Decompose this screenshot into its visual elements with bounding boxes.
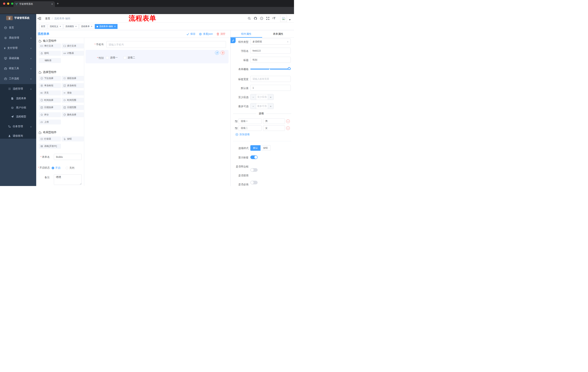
palette-item-date-picker[interactable]: 日期选择 [39, 105, 61, 110]
sidebar-item-pay[interactable]: ¥ 支付管理 [4, 46, 18, 50]
avatar[interactable] [280, 15, 287, 22]
option1-value-input[interactable] [263, 118, 285, 124]
drag-handle-icon[interactable] [234, 127, 238, 130]
delete-component-button[interactable] [221, 51, 225, 55]
label-width-input[interactable] [250, 76, 291, 82]
plus-button[interactable]: + [268, 103, 273, 109]
sidebar-item-system[interactable]: 系统管理 [4, 36, 19, 40]
palette-item-time-picker[interactable]: 时间选择 [39, 98, 61, 103]
style-button-button[interactable]: 按钮 [261, 145, 271, 151]
palette-item-time-range[interactable]: 时间范围 [62, 98, 84, 103]
tab-form-props[interactable]: 表单属性 [262, 32, 294, 36]
option2-label-input[interactable] [239, 125, 262, 131]
add-option-button[interactable]: 添加选项 [235, 133, 250, 136]
sidebar-item-workflow[interactable]: 工作流程 [4, 77, 19, 80]
view-json-button[interactable]: 查看json [199, 32, 213, 36]
palette-item-button[interactable]: 按钮 [62, 137, 84, 141]
remove-option-button[interactable] [286, 126, 290, 130]
form-name-input[interactable] [54, 154, 82, 160]
sidebar-item-flow-mgr[interactable]: 流程管理 [8, 87, 23, 90]
border-toggle[interactable] [250, 168, 258, 172]
grid-slider[interactable] [250, 69, 291, 70]
field-name-input[interactable] [250, 48, 291, 54]
checkbox-icon[interactable] [106, 56, 109, 59]
browser-tab[interactable]: 芋道管理系统 ✕ [13, 1, 55, 7]
remove-option-button[interactable] [286, 119, 290, 123]
window-close-button[interactable] [3, 2, 5, 5]
sidebar-item-devtool[interactable]: 研发工具 [4, 67, 19, 70]
palette-item-password[interactable]: 密码 [39, 51, 61, 56]
tag-close-icon[interactable]: ✕ [60, 25, 61, 28]
plus-button[interactable]: + [268, 94, 273, 100]
checkbox-icon[interactable] [123, 56, 126, 59]
tag-close-icon[interactable]: ✕ [91, 25, 92, 28]
status-radio-off[interactable]: 关闭 [66, 166, 74, 170]
palette-item-single-text[interactable]: 单行文本 [39, 43, 61, 48]
tag-close-icon[interactable]: ✕ [114, 25, 116, 28]
fold-sidebar-icon[interactable] [37, 17, 41, 20]
option2-value-input[interactable] [263, 125, 285, 131]
tab-component-props[interactable]: 组件属性 [230, 32, 262, 36]
option1-label-input[interactable] [239, 118, 262, 124]
search-icon[interactable] [248, 17, 251, 20]
form-remark-textarea[interactable]: 嘿嘿 [54, 174, 82, 185]
sidebar-item-task-mgr[interactable]: 任务管理 [8, 125, 23, 128]
tag-home[interactable]: 首页 [39, 24, 47, 29]
copy-component-button[interactable] [215, 51, 219, 55]
palette-item-table[interactable]: 表格[开发中] [39, 144, 61, 149]
max-select-placeholder[interactable]: 最多可选 [256, 103, 268, 109]
palette-item-date-range[interactable]: 日期范围 [62, 105, 84, 110]
window-zoom-button[interactable] [11, 2, 13, 5]
palette-item-select[interactable]: 下拉选择 [39, 76, 61, 81]
tag-flow-form[interactable]: 流程表单✕ [79, 24, 94, 29]
gender-option-2[interactable]: 选项二 [123, 56, 135, 59]
tag-close-icon[interactable]: ✕ [75, 25, 77, 28]
help-icon[interactable]: ? [260, 17, 263, 20]
sidebar-item-home[interactable]: 首页 [4, 26, 14, 29]
palette-item-checkbox-group[interactable]: 多选框组 [62, 83, 84, 88]
palette-item-rate[interactable]: 评分 [39, 112, 61, 117]
tag-flow-form-edit[interactable]: 流程表单-编辑✕ [95, 24, 117, 29]
palette-item-row-container[interactable]: 行容器 [39, 137, 61, 141]
breadcrumb-home[interactable]: 首页 [45, 17, 50, 20]
sidebar-item-user-group[interactable]: 用户分组 [11, 106, 26, 109]
palette-item-radio-group[interactable]: 单选框组 [39, 83, 61, 88]
textarea-resize-handle[interactable] [80, 183, 81, 185]
sidebar-item-leave-query[interactable]: 请假查询 [8, 134, 23, 138]
font-size-icon[interactable]: TT [272, 17, 275, 20]
caret-down-icon[interactable] [289, 19, 291, 20]
clear-button[interactable]: 清空 [217, 32, 225, 36]
grid-slider-handle[interactable] [288, 67, 291, 70]
link-fold-tab[interactable] [231, 38, 236, 43]
status-radio-on[interactable]: 开启 [52, 166, 60, 170]
show-label-toggle[interactable] [250, 155, 258, 159]
window-minimize-button[interactable] [7, 2, 9, 5]
min-select-placeholder[interactable]: 至少应选 [256, 94, 268, 100]
tag-flow-model[interactable]: 流程模型✕ [63, 24, 79, 29]
new-tab-button[interactable]: + [57, 2, 59, 6]
gender-option-1[interactable]: 选项一 [106, 56, 118, 59]
sidebar-item-flow-model[interactable]: 流程模型 [11, 115, 26, 118]
sidebar-item-flow-form[interactable]: 流程表单 [11, 97, 26, 100]
palette-item-counter[interactable]: 123 计数器 [62, 51, 84, 56]
palette-item-upload[interactable]: 上传 [39, 120, 61, 125]
github-icon[interactable] [254, 17, 257, 20]
phone-field-input[interactable] [106, 41, 226, 48]
palette-item-color-picker[interactable]: 颜色选择 [62, 112, 84, 117]
palette-item-multi-text[interactable]: 多行文本 [62, 43, 84, 48]
save-button[interactable]: 保存 [187, 32, 195, 36]
fullscreen-icon[interactable] [266, 17, 269, 20]
style-default-button[interactable]: 默认 [250, 145, 261, 151]
drag-handle-icon[interactable] [234, 120, 238, 123]
title-input[interactable] [250, 57, 291, 63]
palette-item-editor[interactable]: 编辑器 [39, 58, 61, 63]
palette-item-slider[interactable]: 滑块 [62, 90, 84, 95]
sidebar-item-infra[interactable]: 基础设施 [4, 57, 19, 60]
type-select[interactable]: 多选框组 ∨ [250, 39, 291, 45]
disabled-toggle[interactable] [250, 181, 258, 184]
minus-button[interactable]: − [251, 94, 256, 100]
tab-close-icon[interactable]: ✕ [51, 3, 53, 5]
palette-item-switch[interactable]: 开关 [39, 90, 61, 95]
tag-flow-definition[interactable]: 流程定义✕ [48, 24, 63, 29]
minus-button[interactable]: − [251, 103, 256, 109]
